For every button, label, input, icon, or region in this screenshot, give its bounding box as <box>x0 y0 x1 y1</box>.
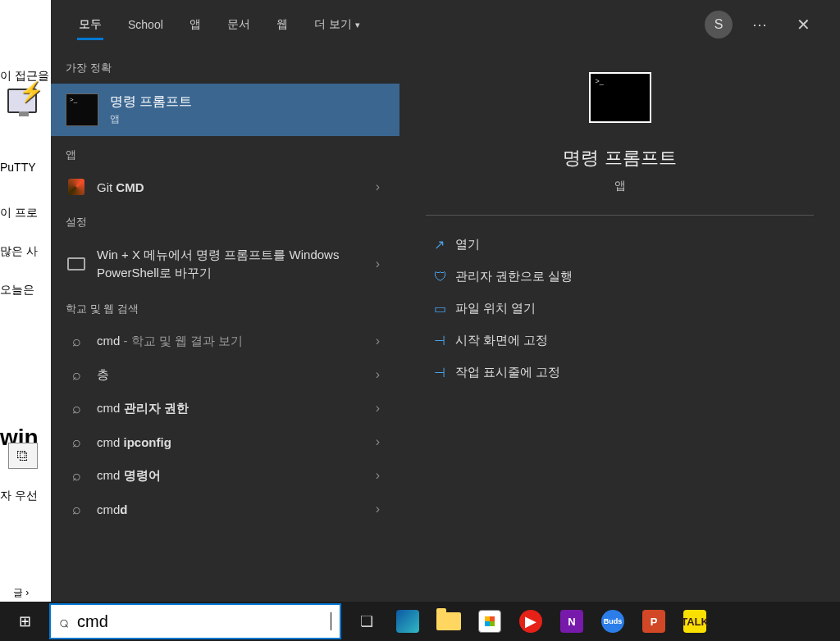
divider <box>426 215 814 216</box>
tab-more-label: 더 보기 <box>314 17 352 30</box>
tab-apps[interactable]: 앱 <box>178 2 212 47</box>
cmd-icon <box>66 93 98 126</box>
youtube-music-icon: ▶ <box>519 610 542 633</box>
pin-icon: ⊣ <box>434 365 455 380</box>
taskbar-app-buds[interactable]: Buds <box>592 602 633 641</box>
bg-text: 많은 사 <box>0 244 38 259</box>
cmd-preview-icon <box>589 72 651 123</box>
pin-icon: ⊣ <box>434 333 455 348</box>
kakaotalk-icon: TALK <box>683 610 706 633</box>
action-run-as-admin[interactable]: 🛡 관리자 권한으로 실행 <box>427 261 812 293</box>
taskbar: ⊞ ⌕ ❏ ▶ N Buds P TALK <box>0 602 840 641</box>
taskbar-app-powerpoint[interactable]: P <box>633 602 674 641</box>
apps-header: 앱 <box>51 136 399 170</box>
search-icon <box>66 434 87 451</box>
chevron-down-icon: ▾ <box>355 20 360 30</box>
result-git-cmd[interactable]: Git CMD › <box>51 170 399 203</box>
task-view-button[interactable]: ❏ <box>346 602 387 641</box>
action-pin-taskbar[interactable]: ⊣ 작업 표시줄에 고정 <box>427 357 812 389</box>
chevron-right-icon[interactable]: › <box>371 401 385 416</box>
chevron-right-icon[interactable]: › <box>371 180 385 194</box>
suggestion-cmd-ipconfig[interactable]: cmd ipconfig › <box>51 425 399 459</box>
taskbar-app-kakaotalk[interactable]: TALK <box>674 602 715 641</box>
action-label: 작업 표시줄에 고정 <box>455 365 560 380</box>
suggestion-cmdd[interactable]: cmdd › <box>51 493 399 526</box>
search-icon <box>66 501 87 518</box>
tab-school[interactable]: School <box>116 3 175 46</box>
edge-icon <box>396 610 419 633</box>
store-icon <box>478 610 501 633</box>
buds-icon: Buds <box>601 610 624 633</box>
school-web-header: 학교 및 웹 검색 <box>51 290 399 325</box>
copy-button[interactable]: ⿻ <box>8 443 38 469</box>
search-icon <box>66 400 87 417</box>
tab-bar: 모두 School 앱 문서 웹 더 보기▾ S ⋯ ✕ <box>51 0 840 49</box>
user-avatar[interactable]: S <box>705 11 733 39</box>
suggestion-cmd-web[interactable]: cmd - 학교 및 웹 결과 보기 › <box>51 325 399 358</box>
taskbar-app-onenote[interactable]: N <box>551 602 592 641</box>
action-label: 파일 위치 열기 <box>455 301 536 316</box>
suggestion-cmd-admin[interactable]: cmd 관리자 권한 › <box>51 392 399 425</box>
best-match-subtitle: 앱 <box>110 112 192 126</box>
taskbar-app-store[interactable] <box>469 602 510 641</box>
folder-icon <box>436 612 461 630</box>
chevron-right-icon[interactable]: › <box>371 257 385 271</box>
suggestion-cheung[interactable]: 층 › <box>51 358 399 392</box>
action-label: 시작 화면에 고정 <box>455 333 548 348</box>
onenote-icon: N <box>560 610 583 633</box>
search-panel: 모두 School 앱 문서 웹 더 보기▾ S ⋯ ✕ 가장 정확 명령 프롬… <box>51 0 840 602</box>
preview-subtitle: 앱 <box>614 179 626 193</box>
open-icon: ↗ <box>434 237 455 252</box>
suggestion-cmd-commands[interactable]: cmd 명령어 › <box>51 459 399 493</box>
action-open-file-location[interactable]: ▭ 파일 위치 열기 <box>427 293 812 325</box>
preview-pane: 명령 프롬프트 앱 ↗ 열기 🛡 관리자 권한으로 실행 ▭ 파일 위치 열기 … <box>399 49 840 602</box>
putty-label: PuTTY <box>0 161 36 174</box>
powerpoint-icon: P <box>642 610 665 633</box>
taskbar-search-box[interactable]: ⌕ <box>49 603 341 639</box>
taskbar-app-explorer[interactable] <box>428 602 469 641</box>
search-icon <box>66 366 87 384</box>
chevron-right-icon[interactable]: › <box>371 502 385 516</box>
tab-all[interactable]: 모두 <box>67 2 113 47</box>
tab-more[interactable]: 더 보기▾ <box>303 2 372 47</box>
tab-web[interactable]: 웹 <box>265 2 299 47</box>
search-icon: ⌕ <box>59 612 69 631</box>
settings-header: 설정 <box>51 203 399 238</box>
bg-text: 오늘은 <box>0 283 34 298</box>
search-icon <box>66 333 87 350</box>
search-icon <box>66 467 87 484</box>
chevron-right-icon[interactable]: › <box>371 334 385 348</box>
bg-text: 글 › <box>13 586 29 600</box>
text-caret <box>331 612 331 630</box>
folder-open-icon: ▭ <box>434 301 455 316</box>
best-match-header: 가장 정확 <box>51 49 399 84</box>
laptop-icon <box>67 257 85 270</box>
best-match-result[interactable]: 명령 프롬프트 앱 <box>51 84 399 136</box>
chevron-right-icon[interactable]: › <box>371 434 385 449</box>
results-column: 가장 정확 명령 프롬프트 앱 앱 Git CMD › 설정 Win + X 메… <box>51 49 399 602</box>
search-input[interactable] <box>77 612 331 631</box>
best-match-title: 명령 프롬프트 <box>110 93 192 111</box>
more-options-button[interactable]: ⋯ <box>741 16 780 34</box>
chevron-right-icon[interactable]: › <box>371 468 385 483</box>
taskbar-app-edge[interactable] <box>387 602 428 641</box>
action-label: 관리자 권한으로 실행 <box>455 269 573 284</box>
action-pin-start[interactable]: ⊣ 시작 화면에 고정 <box>427 325 812 357</box>
git-icon <box>68 179 84 195</box>
bg-text: 이 접근을 <box>0 69 49 84</box>
result-powershell-swap[interactable]: Win + X 메뉴에서 명령 프롬프트를 Windows PowerShell… <box>51 238 399 290</box>
preview-title: 명령 프롬프트 <box>563 146 676 170</box>
chevron-right-icon[interactable]: › <box>371 367 385 382</box>
taskbar-app-youtube-music[interactable]: ▶ <box>510 602 551 641</box>
tab-docs[interactable]: 문서 <box>216 2 262 47</box>
action-open[interactable]: ↗ 열기 <box>427 229 812 261</box>
shield-icon: 🛡 <box>434 270 455 284</box>
close-button[interactable]: ✕ <box>783 15 824 34</box>
start-button[interactable]: ⊞ <box>0 602 49 641</box>
putty-icon[interactable]: ⚡ <box>4 80 45 121</box>
action-label: 열기 <box>455 237 480 252</box>
bg-text: 이 프로 <box>0 206 38 220</box>
bg-text: 자 우선 <box>0 489 38 503</box>
